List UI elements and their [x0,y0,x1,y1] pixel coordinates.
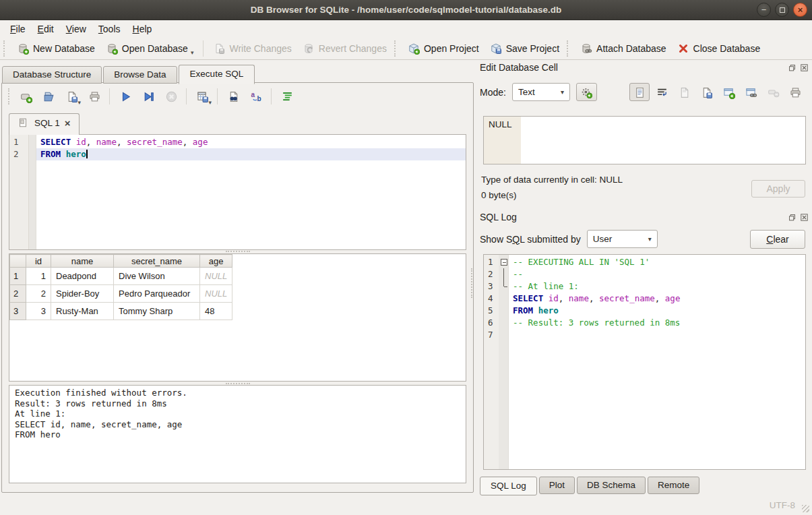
toolbar-drag-handle [567,40,570,57]
open-external-button[interactable] [718,83,739,101]
save-project-button[interactable]: Save Project [485,40,565,57]
table-cell[interactable]: NULL [200,268,232,285]
resize-grip[interactable] [802,505,809,512]
table-cell[interactable]: 48 [200,303,232,320]
svg-text:b: b [257,95,261,102]
sql-editor[interactable]: 12 SELECT id, name, secret_name, ageFROM… [9,134,466,250]
sql-log-view[interactable]: 1234567 -- EXECUTING ALL IN 'SQL 1'---- … [483,254,806,470]
minimize-button[interactable]: − [757,3,771,17]
dock-tab-bar: SQL LogPlotDB SchemaRemote [480,477,699,495]
menu-file[interactable]: File [4,22,32,36]
dropdown-arrow-icon[interactable] [191,49,194,56]
table-cell[interactable]: Tommy Sharp [114,303,200,320]
corner-header-cell[interactable] [10,255,26,268]
save-project-icon [490,42,502,55]
close-database-button[interactable]: Close Database [672,40,766,57]
log-filter-select[interactable]: User [587,230,658,248]
fold-marker-icon[interactable] [499,256,508,268]
menu-help[interactable]: Help [127,22,158,36]
apply-button[interactable]: Apply [751,180,805,198]
save-results-button[interactable] [193,88,211,105]
tab-database-structure[interactable]: Database Structure [2,66,102,84]
titlebar[interactable]: DB Browser for SQLite - /home/user/code/… [0,0,812,20]
row-number-cell[interactable]: 1 [10,268,26,285]
dock-close-icon[interactable] [800,213,809,222]
code-token: id [76,137,86,147]
code-token: -- At line 1: [513,281,579,291]
column-header-secret-name[interactable]: secret_name [114,255,200,268]
close-button[interactable]: × [793,3,807,17]
float-icon[interactable] [788,213,797,222]
log-fold-margin[interactable] [499,255,509,469]
table-cell[interactable]: Spider-Boy [51,285,114,303]
column-header-name[interactable]: name [51,255,114,268]
sql-tab[interactable]: SQL 1 × [9,113,80,135]
mode-select[interactable]: Text [512,83,570,101]
table-cell[interactable]: Dive Wilson [114,268,200,285]
new-sql-tab-button[interactable] [16,88,34,105]
results-grid[interactable]: idnamesecret_nameage 11DeadpondDive Wils… [9,253,466,382]
text-mode-button[interactable] [629,83,650,101]
table-cell[interactable]: Pedro Parqueador [114,285,200,303]
revert-changes-button: Revert Changes [297,40,392,57]
link-button[interactable] [741,83,761,101]
dropdown-arrow-icon[interactable] [208,99,212,106]
dock-tab-plot[interactable]: Plot [539,477,575,494]
right-dock: Edit Database Cell Mode: Text NULL Type … [476,61,812,495]
print-button[interactable] [85,88,103,105]
save-as-button[interactable] [696,83,716,101]
table-cell[interactable]: Deadpond [51,268,114,285]
format-sql-button[interactable] [278,88,296,105]
maximize-button[interactable] [775,3,789,17]
dock-tab-sql-log[interactable]: SQL Log [480,477,537,495]
table-cell[interactable]: Rusty-Man [51,303,114,320]
clear-button[interactable]: Clear [750,230,805,249]
editor-results-splitter[interactable] [226,251,250,252]
menu-edit[interactable]: Edit [32,22,60,36]
editor-code-area[interactable]: SELECT id, name, secret_name, ageFROM he… [36,135,466,249]
sql-log-dock-buttons [788,213,809,222]
table-cell[interactable]: NULL [200,285,232,303]
column-header-age[interactable]: age [200,255,232,268]
menu-view[interactable]: View [60,22,92,36]
new-database-button[interactable]: New Database [11,40,100,57]
execute-all-button[interactable] [116,88,134,105]
dock-tab-db-schema[interactable]: DB Schema [577,477,646,494]
table-cell[interactable]: 2 [26,285,51,303]
text-cursor [86,150,88,158]
tab-execute-sql[interactable]: Execute SQL [179,65,255,84]
open-sql-file-button[interactable] [39,88,57,105]
log-line-number: 4 [488,293,499,305]
code-token: FROM [513,305,533,315]
column-header-id[interactable]: id [26,255,51,268]
open-database-icon [106,42,118,55]
dock-tab-remote[interactable]: Remote [648,477,699,494]
results-message-splitter[interactable] [226,383,250,384]
table-cell[interactable]: 3 [26,303,51,320]
tab-browse-data[interactable]: Browse Data [103,66,177,84]
open-project-button[interactable]: Open Project [402,40,485,57]
sql-tab-close-icon[interactable]: × [65,117,71,129]
log-code-area: -- EXECUTING ALL IN 'SQL 1'---- At line … [509,255,805,469]
editor-line-numbers: 12 [9,135,29,249]
find-button[interactable] [224,88,242,105]
table-cell[interactable]: 1 [26,268,51,285]
print-button[interactable] [785,83,805,101]
replace-button[interactable]: ab [247,88,265,105]
attach-database-button[interactable]: Attach Database [575,40,672,57]
execute-current-line-button[interactable] [139,88,157,105]
row-number-cell[interactable]: 2 [10,285,26,303]
word-wrap-button[interactable] [652,83,672,101]
float-icon[interactable] [788,63,797,72]
menu-tools[interactable]: Tools [92,22,127,36]
row-number-cell[interactable]: 3 [10,303,26,320]
dropdown-arrow-icon[interactable] [77,99,81,106]
dock-close-icon[interactable] [800,63,809,72]
save-sql-file-button[interactable] [62,88,80,105]
open-database-button[interactable]: Open Database [100,40,199,57]
code-token: , [655,293,665,303]
apply-format-button[interactable] [576,83,597,101]
cell-editor[interactable]: NULL [483,116,806,164]
log-line: SELECT id, name, secret_name, age [509,293,805,305]
pane-dock-splitter[interactable] [471,268,472,298]
